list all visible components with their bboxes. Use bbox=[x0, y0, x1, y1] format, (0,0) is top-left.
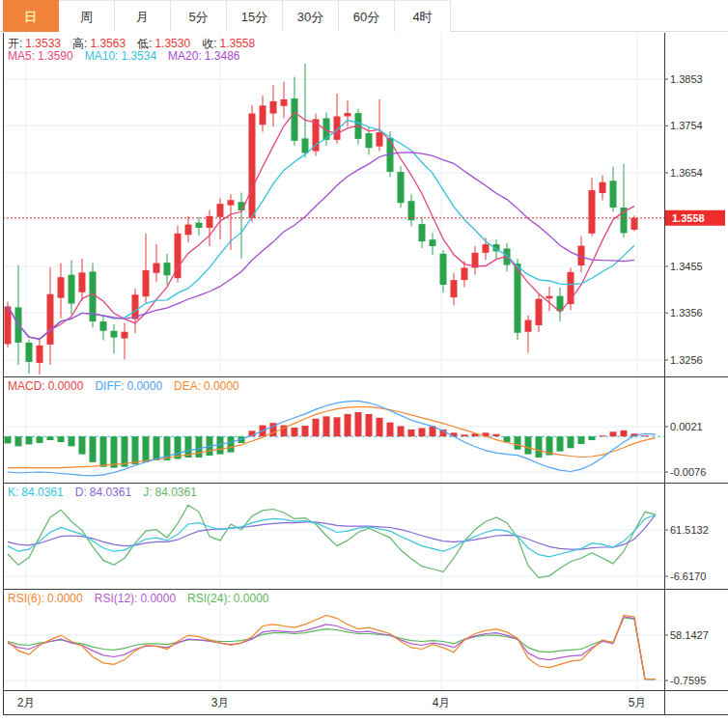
timeframe-tab-2[interactable]: 月 bbox=[115, 0, 171, 32]
legend-label: MA10: bbox=[85, 49, 119, 63]
legend-value: 84.0361 bbox=[154, 486, 196, 499]
timeframe-tabbar: 日周月5分15分30分60分4时 bbox=[0, 0, 728, 32]
j-line bbox=[8, 505, 656, 577]
legend-value: 1.3534 bbox=[121, 49, 156, 63]
legend-value: 1.3530 bbox=[154, 37, 190, 50]
axis-tick-label: 1.3455 bbox=[670, 261, 703, 272]
legend-value: 0.0000 bbox=[140, 592, 176, 605]
rsi-legend: RSI(6):0.0000RSI(12):0.0000RSI(24):0.000… bbox=[8, 592, 281, 605]
rsi24-line bbox=[8, 618, 656, 680]
d-line bbox=[8, 514, 656, 549]
month-label: 3月 bbox=[211, 696, 230, 709]
axis-tick-label: 1.3853 bbox=[670, 73, 703, 85]
macd-legend: MACD:0.0000DIFF:0.0000DEA:0.0000 bbox=[8, 379, 251, 393]
current-price-label: 1.3558 bbox=[672, 212, 705, 224]
legend-label: 收: bbox=[202, 37, 216, 50]
axis-tick-label: -0.7595 bbox=[670, 675, 706, 686]
axis-tick-label: 0.0021 bbox=[670, 421, 703, 432]
chart-canvas[interactable]: 1.38531.37541.36541.34551.33561.32560.00… bbox=[0, 0, 728, 722]
timeframe-tab-1[interactable]: 周 bbox=[59, 0, 115, 32]
d-line bbox=[8, 514, 656, 549]
trading-chart-app: 1.38531.37541.36541.34551.33561.32560.00… bbox=[0, 0, 728, 722]
macd-histogram bbox=[5, 412, 649, 468]
legend-value: 0.0000 bbox=[234, 592, 269, 605]
legend-value: 0.0000 bbox=[204, 379, 239, 393]
timeframe-tab-7[interactable]: 4时 bbox=[395, 0, 451, 32]
timeframe-tab-4[interactable]: 15分 bbox=[227, 0, 283, 32]
month-label: 2月 bbox=[17, 696, 36, 709]
legend-value: 0.0000 bbox=[47, 592, 83, 605]
axis-tick-label: 61.5132 bbox=[670, 524, 709, 536]
legend-label: RSI(24): bbox=[187, 592, 231, 605]
legend-label: J: bbox=[143, 486, 152, 499]
legend-value: 1.3486 bbox=[205, 49, 240, 63]
rsi12-line bbox=[8, 617, 656, 680]
j-line bbox=[8, 505, 656, 577]
timeframe-tab-5[interactable]: 30分 bbox=[283, 0, 339, 32]
legend-label: RSI(12): bbox=[95, 592, 138, 605]
axis-tick-label: 1.3754 bbox=[670, 120, 703, 131]
axis-tick-label: 1.3654 bbox=[670, 167, 703, 179]
timeframe-tab-0[interactable]: 日 bbox=[3, 0, 59, 32]
axis-tick-label: -0.0076 bbox=[670, 466, 706, 478]
legend-label: DIFF: bbox=[95, 379, 124, 393]
legend-label: MA20: bbox=[168, 49, 202, 63]
ma-legend: MA5:1.3590MA10:1.3534MA20:1.3486 bbox=[8, 49, 252, 63]
legend-label: MA5: bbox=[8, 49, 35, 63]
rsi24-line bbox=[8, 618, 656, 680]
month-axis-labels: 2月3月4月5月 bbox=[17, 696, 647, 709]
legend-value: 84.0361 bbox=[21, 486, 63, 499]
legend-value: 1.3533 bbox=[25, 37, 61, 50]
legend-value: 1.3590 bbox=[38, 49, 73, 63]
rsi12-line bbox=[8, 617, 656, 680]
timeframe-tab-3[interactable]: 5分 bbox=[171, 0, 227, 32]
legend-label: DEA: bbox=[174, 379, 201, 393]
month-label: 4月 bbox=[433, 696, 451, 709]
legend-label: K: bbox=[8, 486, 18, 499]
legend-value: 1.3558 bbox=[219, 37, 255, 50]
legend-label: 高: bbox=[72, 37, 87, 50]
legend-value: 0.0000 bbox=[126, 379, 162, 393]
legend-label: 低: bbox=[137, 37, 152, 50]
legend-label: D: bbox=[75, 486, 87, 499]
axis-tick-label: 1.3256 bbox=[670, 354, 703, 366]
legend-value: 1.3563 bbox=[90, 37, 126, 50]
legend-value: 84.0361 bbox=[90, 486, 131, 499]
k-line bbox=[8, 514, 656, 557]
legend-value: 0.0000 bbox=[48, 379, 84, 393]
current-price-tag: 1.3558 bbox=[665, 210, 725, 226]
axis-tick-label: 58.1427 bbox=[670, 629, 709, 641]
legend-label: 开: bbox=[8, 37, 22, 50]
legend-label: RSI(6): bbox=[8, 592, 44, 605]
k-line bbox=[8, 514, 656, 557]
timeframe-tab-6[interactable]: 60分 bbox=[339, 0, 395, 32]
legend-label: MACD: bbox=[8, 379, 45, 393]
axis-tick-label: 1.3356 bbox=[670, 307, 703, 319]
axis-tick-label: -6.6170 bbox=[670, 570, 706, 582]
month-label: 5月 bbox=[629, 696, 647, 709]
kdj-legend: K:84.0361D:84.0361J:84.0361 bbox=[8, 486, 209, 499]
axis-labels: 1.38531.37541.36541.34551.33561.32560.00… bbox=[664, 73, 709, 686]
